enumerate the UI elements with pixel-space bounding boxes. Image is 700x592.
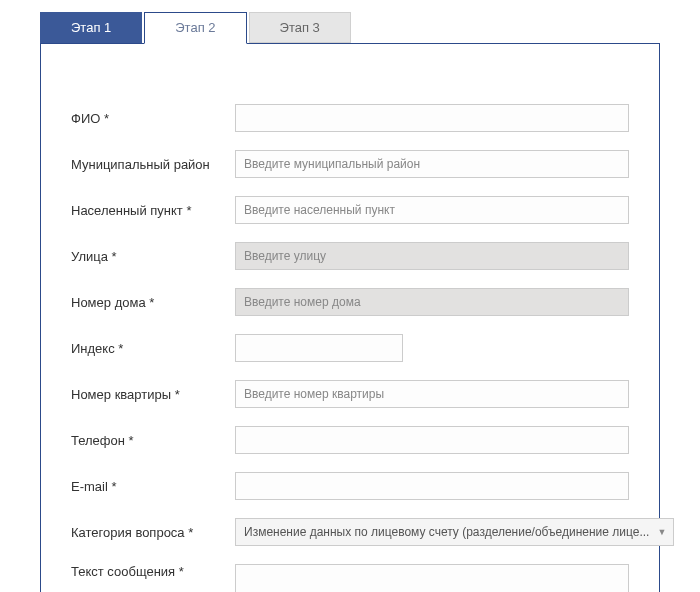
email-input[interactable] xyxy=(235,472,629,500)
locality-label: Населенный пункт * xyxy=(71,203,235,218)
index-label: Индекс * xyxy=(71,341,235,356)
message-input[interactable] xyxy=(235,564,629,592)
tab-stage-2[interactable]: Этап 2 xyxy=(144,12,246,44)
phone-label: Телефон * xyxy=(71,433,235,448)
tab-stage-1[interactable]: Этап 1 xyxy=(40,12,142,43)
email-label: E-mail * xyxy=(71,479,235,494)
district-label: Муниципальный район xyxy=(71,157,235,172)
locality-input[interactable] xyxy=(235,196,629,224)
message-label: Текст сообщения * xyxy=(71,564,235,579)
category-select[interactable]: Изменение данных по лицевому счету (разд… xyxy=(235,518,674,546)
district-input[interactable] xyxy=(235,150,629,178)
tabs: Этап 1 Этап 2 Этап 3 xyxy=(40,12,660,43)
form-panel: ФИО * Муниципальный район Населенный пун… xyxy=(40,43,660,592)
fio-label: ФИО * xyxy=(71,111,235,126)
index-input[interactable] xyxy=(235,334,403,362)
apartment-label: Номер квартиры * xyxy=(71,387,235,402)
phone-input[interactable] xyxy=(235,426,629,454)
street-input[interactable] xyxy=(235,242,629,270)
category-label: Категория вопроса * xyxy=(71,525,235,540)
tab-stage-3[interactable]: Этап 3 xyxy=(249,12,351,43)
house-label: Номер дома * xyxy=(71,295,235,310)
fio-input[interactable] xyxy=(235,104,629,132)
apartment-input[interactable] xyxy=(235,380,629,408)
street-label: Улица * xyxy=(71,249,235,264)
house-input[interactable] xyxy=(235,288,629,316)
